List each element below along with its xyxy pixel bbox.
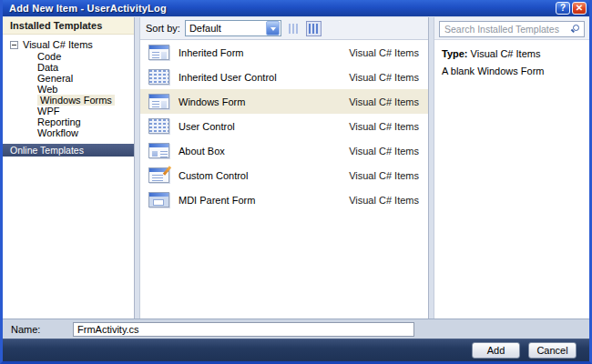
name-input[interactable]: [73, 322, 414, 337]
type-label: Type:: [442, 48, 468, 59]
dropdown-arrow-icon[interactable]: [266, 21, 280, 35]
tree-item-data[interactable]: Data: [3, 62, 134, 73]
sort-dropdown-value: Default: [189, 23, 266, 34]
template-item-about-box[interactable]: About Box Visual C# Items: [140, 138, 428, 163]
type-line: Type: Visual C# Items: [442, 48, 582, 59]
medium-icons-view-button[interactable]: [286, 21, 301, 36]
mdi-parent-form-icon: [148, 192, 169, 207]
tree-item-workflow[interactable]: Workflow: [3, 127, 134, 138]
installed-templates-header: Installed Templates: [3, 17, 134, 35]
template-details: Type: Visual C# Items A blank Windows Fo…: [434, 40, 589, 318]
inherited-form-icon: [148, 45, 169, 60]
sort-by-label: Sort by:: [146, 23, 180, 34]
tree-item-reporting[interactable]: Reporting: [3, 116, 134, 127]
tree-node-visual-csharp-items[interactable]: Visual C# Items: [3, 38, 134, 51]
titlebar-buttons: ? ✕: [556, 2, 587, 15]
sort-toolbar: Sort by: Default: [140, 17, 428, 40]
tree-item-web[interactable]: Web: [3, 84, 134, 95]
small-icons-view-button[interactable]: [306, 21, 322, 36]
template-item-inherited-form[interactable]: Inherited Form Visual C# Items: [140, 40, 428, 65]
sidebar-empty-area: [3, 157, 134, 318]
template-item-custom-control[interactable]: Custom Control Visual C# Items: [140, 163, 428, 187]
tree-item-general[interactable]: General: [3, 73, 134, 84]
templates-sidebar: Installed Templates Visual C# Items Code…: [3, 17, 135, 318]
template-description: A blank Windows Form: [442, 66, 582, 76]
template-item-user-control[interactable]: User Control Visual C# Items: [140, 114, 428, 138]
search-input[interactable]: [439, 21, 585, 37]
sort-dropdown[interactable]: Default: [185, 20, 281, 36]
search-icon[interactable]: [573, 25, 579, 31]
titlebar[interactable]: Add New Item - UserActivityLog ? ✕: [3, 0, 589, 16]
add-button[interactable]: Add: [472, 342, 520, 359]
tree-item-code[interactable]: Code: [3, 51, 134, 62]
user-control-icon: [148, 118, 169, 134]
windows-form-icon: [148, 94, 169, 109]
templates-tree: Visual C# Items Code Data General Web Wi…: [3, 35, 134, 140]
about-box-icon: [148, 143, 169, 158]
templates-list-panel: Sort by: Default Inherited Form Visual C…: [139, 17, 429, 318]
name-row: Name:: [3, 318, 589, 339]
tree-root-label: Visual C# Items: [23, 39, 93, 50]
collapse-minus-icon[interactable]: [10, 41, 18, 49]
medium-icons-view-icon: [289, 24, 298, 34]
template-item-inherited-user-control[interactable]: Inherited User Control Visual C# Items: [140, 65, 428, 89]
inherited-user-control-icon: [148, 69, 169, 85]
tree-item-wpf[interactable]: WPF: [3, 106, 134, 116]
dialog-body: Installed Templates Visual C# Items Code…: [3, 16, 589, 318]
type-value: Visual C# Items: [471, 48, 541, 59]
name-label: Name:: [3, 324, 73, 335]
online-templates-header[interactable]: Online Templates: [3, 144, 134, 157]
custom-control-icon: [148, 167, 169, 183]
template-list: Inherited Form Visual C# Items Inherited…: [140, 40, 428, 318]
close-icon[interactable]: ✕: [572, 2, 587, 15]
details-panel: Type: Visual C# Items A blank Windows Fo…: [434, 17, 589, 318]
dialog-footer: Add Cancel: [3, 339, 589, 361]
window-title: Add New Item - UserActivityLog: [9, 3, 556, 14]
tree-item-windows-forms[interactable]: Windows Forms: [3, 95, 134, 106]
template-item-mdi-parent-form[interactable]: MDI Parent Form Visual C# Items: [140, 187, 428, 212]
template-item-windows-form[interactable]: Windows Form Visual C# Items: [140, 89, 428, 114]
small-icons-view-icon: [309, 24, 318, 34]
add-new-item-dialog: Add New Item - UserActivityLog ? ✕ Insta…: [0, 0, 592, 364]
help-icon[interactable]: ?: [556, 2, 570, 15]
cancel-button[interactable]: Cancel: [528, 342, 577, 359]
search-area: [434, 17, 589, 40]
